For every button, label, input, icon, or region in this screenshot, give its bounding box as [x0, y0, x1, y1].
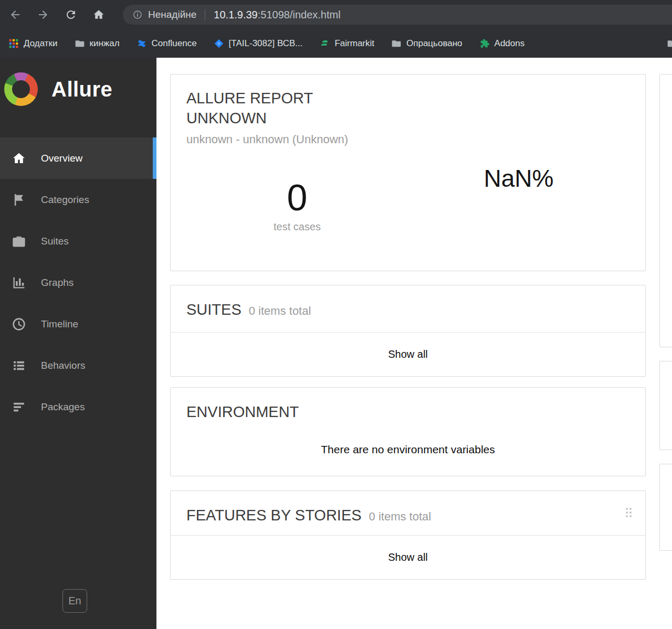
test-count-label: test cases	[186, 221, 408, 233]
apps-grid-icon	[8, 38, 19, 49]
bookmark-label: кинжал	[90, 38, 120, 49]
forward-arrow-icon	[37, 8, 49, 21]
sidebar-item-suites[interactable]: Suites	[0, 220, 156, 262]
flag-icon	[12, 193, 26, 207]
suites-show-all-link[interactable]: Show all	[388, 348, 428, 360]
refresh-button[interactable]	[60, 4, 82, 26]
sidebar-item-label: Categories	[41, 194, 89, 206]
back-button[interactable]	[4, 4, 26, 26]
home-icon	[92, 8, 105, 21]
sidebar-item-overview[interactable]: Overview	[0, 137, 156, 179]
environment-title: ENVIRONMENT	[186, 402, 299, 422]
bookmark-label: Confluence	[152, 38, 197, 49]
suites-header: SUITES 0 items total	[171, 285, 645, 320]
percentage-block: NaN%	[408, 156, 629, 233]
security-chip[interactable]: Ненадійне	[132, 9, 196, 20]
partial-widget	[659, 74, 672, 347]
environment-header: ENVIRONMENT	[171, 388, 645, 422]
sidebar-item-behaviors[interactable]: Behaviors	[0, 345, 156, 386]
summary-widget: ALLURE REPORT UNKNOWN unknown - unknown …	[170, 74, 646, 271]
sidebar-item-label: Overview	[41, 153, 82, 164]
summary-title-line1: ALLURE REPORT	[186, 89, 365, 109]
partial-widget	[659, 361, 672, 450]
features-widget: FEATURES BY STORIES 0 items total Show a…	[170, 491, 646, 580]
partial-widget	[659, 464, 672, 551]
bookmark-fairmarkit[interactable]: Fairmarkit	[319, 38, 374, 49]
sidebar-item-categories[interactable]: Categories	[0, 179, 156, 220]
allure-app: Allure Overview Categories Suites Graphs	[0, 58, 672, 629]
bookmark-label: Додатки	[24, 38, 58, 49]
environment-widget: ENVIRONMENT There are no environment var…	[170, 387, 646, 476]
forward-button[interactable]	[32, 4, 54, 26]
bookmark-addons[interactable]: Addons	[479, 38, 525, 49]
features-show-all-link[interactable]: Show all	[388, 551, 428, 563]
sidebar-item-graphs[interactable]: Graphs	[0, 262, 156, 303]
bookmark-jira-ticket[interactable]: [TAIL-3082] ВСВ...	[214, 38, 303, 49]
info-icon	[132, 9, 143, 20]
features-items-total: 0 items total	[369, 510, 432, 524]
url-text: 10.1.9.39:51098/index.html	[214, 9, 340, 21]
summary-title: ALLURE REPORT UNKNOWN	[186, 89, 365, 128]
language-button[interactable]: En	[62, 589, 87, 613]
refresh-icon	[65, 8, 77, 21]
features-title: FEATURES BY STORIES	[186, 506, 362, 526]
clock-icon	[12, 317, 26, 332]
sidebar-item-label: Packages	[41, 401, 85, 413]
drag-handle-icon[interactable]	[626, 508, 632, 517]
sidebar-menu: Overview Categories Suites Graphs Timeli…	[0, 137, 156, 428]
sidebar-item-packages[interactable]: Packages	[0, 386, 156, 428]
summary-title-line2: UNKNOWN	[186, 109, 365, 129]
browser-toolbar: Ненадійне 10.1.9.39:51098/index.html	[0, 0, 672, 29]
home-button[interactable]	[88, 4, 110, 26]
success-percentage: NaN%	[408, 164, 629, 193]
allure-logo-icon	[4, 72, 38, 106]
puzzle-icon	[479, 38, 490, 49]
address-bar[interactable]: Ненадійне 10.1.9.39:51098/index.html	[123, 5, 672, 25]
omnibox-divider	[205, 9, 205, 20]
bookmark-folder-partial[interactable]	[667, 38, 672, 49]
bookmark-confluence[interactable]: Confluence	[136, 38, 197, 49]
summary-subtitle: unknown - unknown (Unknown)	[186, 133, 629, 146]
folder-icon	[75, 38, 85, 49]
suites-widget: SUITES 0 items total Show all	[170, 285, 646, 377]
brand-name: Allure	[51, 78, 112, 101]
align-left-icon	[12, 400, 26, 414]
suites-items-total: 0 items total	[249, 304, 311, 318]
back-arrow-icon	[9, 8, 22, 21]
bookmark-label: Addons	[495, 38, 525, 49]
sidebar-item-label: Behaviors	[41, 360, 86, 371]
features-header: FEATURES BY STORIES 0 items total	[171, 491, 645, 526]
bookmark-folder-opratsovano[interactable]: Опрацьовано	[391, 38, 463, 49]
main-content: ALLURE REPORT UNKNOWN unknown - unknown …	[156, 58, 672, 629]
bookmark-apps[interactable]: Додатки	[8, 38, 58, 49]
briefcase-icon	[12, 234, 26, 249]
summary-stats: 0 test cases NaN%	[186, 156, 629, 233]
fairmarkit-icon	[319, 38, 330, 49]
environment-empty-message: There are no environment variables	[171, 443, 645, 456]
brand: Allure	[4, 72, 112, 106]
folder-icon	[667, 38, 672, 49]
url-path: :51098/index.html	[258, 9, 341, 20]
sidebar-item-label: Suites	[41, 236, 69, 247]
home-icon	[12, 151, 26, 166]
suites-footer: Show all	[171, 332, 645, 376]
bookmark-label: Опрацьовано	[406, 38, 463, 49]
test-count: 0	[186, 177, 408, 219]
sidebar-item-label: Graphs	[41, 277, 74, 289]
confluence-icon	[136, 38, 147, 49]
url-host: 10.1.9.39	[214, 9, 257, 20]
bar-chart-icon	[12, 275, 26, 290]
sidebar-item-timeline[interactable]: Timeline	[0, 303, 156, 345]
bookmark-label: Fairmarkit	[334, 38, 374, 49]
sidebar-item-label: Timeline	[41, 318, 78, 330]
features-footer: Show all	[171, 535, 645, 579]
bookmark-label: [TAIL-3082] ВСВ...	[229, 38, 303, 49]
bookmarks-bar: Додатки кинжал Confluence [TAIL-3082] ВС…	[0, 29, 672, 58]
sidebar: Allure Overview Categories Suites Graphs	[0, 58, 156, 629]
security-label: Ненадійне	[148, 9, 196, 20]
folder-icon	[391, 38, 402, 49]
jira-icon	[214, 38, 224, 49]
suites-title: SUITES	[186, 300, 242, 320]
bookmark-folder-kynzhal[interactable]: кинжал	[75, 38, 120, 49]
test-count-block: 0 test cases	[186, 156, 408, 233]
